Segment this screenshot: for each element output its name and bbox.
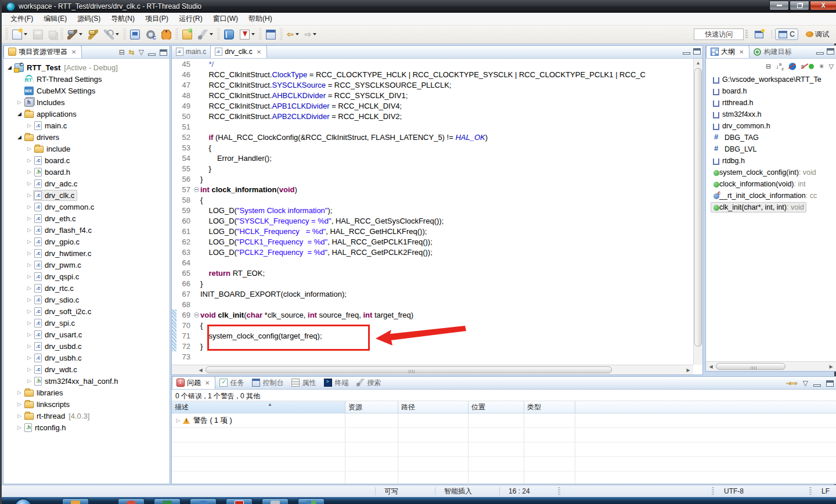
expand-arrow-icon[interactable]: ▷ xyxy=(26,355,33,361)
tree-item-libraries[interactable]: ▷libraries xyxy=(3,387,170,398)
code-line-53[interactable]: 53 { xyxy=(172,142,693,153)
line-number[interactable]: 71 xyxy=(176,332,192,340)
expand-arrow-icon[interactable]: ▷ xyxy=(16,401,23,407)
code-line-58[interactable]: 58{ xyxy=(172,195,693,205)
code-line-56[interactable]: 56} xyxy=(172,174,693,184)
tree-item-linkscripts[interactable]: ▷linkscripts xyxy=(3,398,170,410)
collapse-arrow-icon[interactable]: ◢ xyxy=(16,134,23,140)
tab-outline[interactable]: 大纲 ✕ xyxy=(706,45,749,58)
line-number[interactable]: 61 xyxy=(176,227,192,236)
column-header-item[interactable]: 位置 xyxy=(469,401,524,413)
editor-maximize-icon[interactable] xyxy=(693,48,701,55)
quick-access-box[interactable]: 快速访问 xyxy=(694,28,744,40)
line-number[interactable]: 58 xyxy=(176,196,192,204)
code-line-51[interactable]: 51 xyxy=(172,121,693,132)
build-all-button[interactable] xyxy=(65,28,85,41)
column-header-item[interactable]: 类型 xyxy=(524,401,575,413)
restore-button[interactable] xyxy=(790,1,809,10)
view-menu-icon[interactable]: ▽ xyxy=(139,48,144,56)
outline-item-stm32f4xx-h[interactable]: stm32f4xx.h xyxy=(706,109,836,120)
code-line-61[interactable]: 61 LOG_D("HCLK_Frequency = %d", HAL_RCC_… xyxy=(172,226,693,236)
sdk-manager-button[interactable] xyxy=(237,28,257,41)
code-line-73[interactable]: 73 xyxy=(172,351,693,362)
line-number[interactable]: 67 xyxy=(176,290,192,298)
tree-item-board-h[interactable]: ▷board.h xyxy=(3,166,170,178)
expand-arrow-icon[interactable]: ▷ xyxy=(16,413,23,419)
line-number[interactable]: 55 xyxy=(176,164,192,173)
line-number[interactable]: 68 xyxy=(176,300,192,309)
line-number[interactable]: 59 xyxy=(176,206,192,215)
problems-view-menu-icon[interactable]: ▽ xyxy=(803,379,808,387)
dropdown-arrow-icon[interactable] xyxy=(251,33,255,35)
search-button[interactable] xyxy=(196,28,215,41)
line-number[interactable]: 52 xyxy=(176,133,192,142)
line-number[interactable]: 63 xyxy=(176,248,192,257)
dropdown-arrow-icon[interactable] xyxy=(79,33,82,35)
forward-button[interactable]: ⇨ xyxy=(302,28,319,41)
code-line-49[interactable]: 49 RCC_ClkInitStruct.APB1CLKDivider = RC… xyxy=(172,100,693,111)
show-console-button[interactable] xyxy=(264,28,278,41)
code-line-67[interactable]: 67INIT_BOARD_EXPORT(clock_information); xyxy=(172,289,693,299)
debug-button[interactable] xyxy=(159,28,174,41)
outline-item-system-clock-config-int[interactable]: system_clock_config(int) : void xyxy=(706,167,836,178)
hide-non-public-icon[interactable] xyxy=(809,64,814,69)
hide-static-members-icon[interactable]: s xyxy=(801,63,805,70)
menu-s[interactable]: 源码(S) xyxy=(72,12,106,26)
expand-arrow-icon[interactable]: ▷ xyxy=(26,239,33,244)
tree-item-drv-qspi-c[interactable]: ▷drv_qspi.c xyxy=(3,271,170,282)
hide-fields-icon[interactable]: 🔵 xyxy=(788,63,797,70)
expand-arrow-icon[interactable]: ▷ xyxy=(16,390,23,395)
line-number[interactable]: 47 xyxy=(176,81,192,89)
code-line-62[interactable]: 62 LOG_D("PCLK1_Frequency = %d", HAL_RCC… xyxy=(172,236,693,247)
code-line-47[interactable]: 47 RCC_ClkInitStruct.SYSCLKSource = RCC_… xyxy=(172,80,693,90)
line-number[interactable]: 72 xyxy=(176,342,192,351)
outline-item-dbg-lvl[interactable]: DBG_LVL xyxy=(706,143,836,155)
maximize-view-icon[interactable] xyxy=(160,49,167,56)
dropdown-arrow-icon[interactable] xyxy=(296,33,299,35)
tree-item-rtt-test[interactable]: ◢RTT_Test[Active - Debug] xyxy=(3,62,170,73)
expand-arrow-icon[interactable]: ▷ xyxy=(174,417,182,423)
code-line-65[interactable]: 65 return RT_EOK; xyxy=(172,268,693,278)
start-orb[interactable] xyxy=(15,498,32,504)
outline-view-menu-icon[interactable]: ▽ xyxy=(829,63,834,70)
editor-tab-main-c[interactable]: main.c xyxy=(172,45,210,58)
tree-item-drv-wdt-c[interactable]: ▷drv_wdt.c xyxy=(3,363,170,375)
menu-f[interactable]: 文件(F) xyxy=(5,12,38,26)
outline-item-board-h[interactable]: board.h xyxy=(706,85,836,97)
tab-item[interactable]: 终端 xyxy=(320,376,352,389)
tree-item-drv-soft-i2c-c[interactable]: ▷drv_soft_i2c.c xyxy=(3,305,170,317)
menu-p[interactable]: 项目(P) xyxy=(140,12,174,26)
debug-config-button[interactable] xyxy=(143,28,158,41)
line-number[interactable]: 70 xyxy=(176,321,192,330)
focus-on-active-task-icon[interactable]: ⇥⇒ xyxy=(786,379,798,387)
expand-arrow-icon[interactable]: ▷ xyxy=(26,308,33,314)
tab-item[interactable]: 控制台 xyxy=(248,376,287,389)
sort-icon[interactable]: ↓az xyxy=(776,62,784,71)
hide-inactive-icon[interactable]: ✳ xyxy=(819,63,824,70)
new-wizard-button[interactable] xyxy=(10,28,30,41)
build-settings-button[interactable] xyxy=(102,28,121,41)
expand-arrow-icon[interactable]: ▷ xyxy=(26,378,33,384)
tree-item-drv-spi-c[interactable]: ▷drv_spi.c xyxy=(3,317,170,329)
tree-item-drv-gpio-c[interactable]: ▷drv_gpio.c xyxy=(3,236,170,247)
expand-arrow-icon[interactable]: ▷ xyxy=(16,99,23,105)
tree-item-drv-flash-f4-c[interactable]: ▷drv_flash_f4.c xyxy=(3,224,170,236)
tab-project-explorer[interactable]: 项目资源管理器 ✕ xyxy=(3,45,82,58)
fold-collapse-icon[interactable] xyxy=(194,187,199,192)
collapse-arrow-icon[interactable]: ◢ xyxy=(6,64,13,70)
code-line-68[interactable]: 68 xyxy=(172,299,693,309)
outline-maximize-icon[interactable] xyxy=(827,48,834,55)
line-number[interactable]: 64 xyxy=(176,258,192,267)
dropdown-arrow-icon[interactable] xyxy=(313,33,316,35)
column-header-item[interactable]: 路径 xyxy=(398,401,469,413)
problems-minimize-icon[interactable] xyxy=(813,384,821,387)
outline-collapse-all-icon[interactable]: ⊟ xyxy=(766,63,771,70)
problems-row-1[interactable]: ▷警告 ( 1 项 ) xyxy=(172,413,836,428)
tree-item-includes[interactable]: ▷Includes xyxy=(3,96,170,108)
outline-minimize-icon[interactable] xyxy=(816,52,824,55)
tree-item-applications[interactable]: ◢applications xyxy=(3,108,170,120)
menu-h[interactable]: 帮助(H) xyxy=(243,12,278,26)
tree-item-drv-hwtimer-c[interactable]: ▷drv_hwtimer.c xyxy=(3,247,170,259)
dropdown-arrow-icon[interactable] xyxy=(24,33,27,35)
tree-item-drv-usbd-c[interactable]: ▷drv_usbd.c xyxy=(3,340,170,352)
